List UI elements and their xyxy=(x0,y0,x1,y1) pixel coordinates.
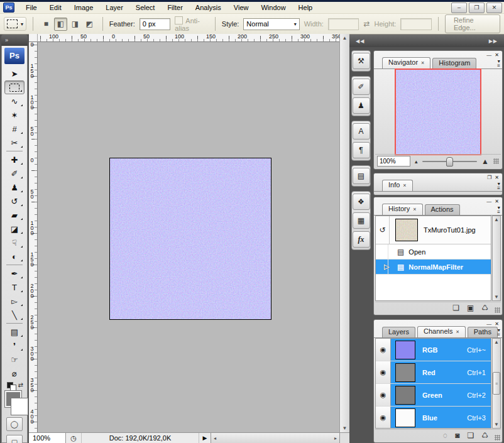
panel-minimize-icon[interactable]: — xyxy=(486,52,491,58)
channels-tab-paths[interactable]: Paths xyxy=(468,327,498,337)
load-channel-as-selection-icon[interactable]: ◌ xyxy=(443,431,447,440)
antialias-checkbox[interactable] xyxy=(175,16,183,25)
background-color-swatch[interactable] xyxy=(11,398,28,415)
navigator-zoom-slider[interactable] xyxy=(422,161,478,162)
quick-mask-button[interactable]: ◯ xyxy=(6,417,23,431)
panel-menu-icon[interactable]: ▾≡ xyxy=(497,59,500,68)
add-to-selection-button[interactable]: ◧ xyxy=(54,18,67,31)
navigator-zoom-field[interactable]: 100% xyxy=(377,156,410,167)
resize-grip-icon[interactable] xyxy=(495,307,500,313)
scrollbar-thumb[interactable]: ≡ xyxy=(493,372,500,395)
scroll-right-icon[interactable]: ▸ xyxy=(334,435,337,441)
close-tab-icon[interactable]: × xyxy=(403,182,406,189)
toolbar-collapse-button[interactable]: » xyxy=(1,35,28,46)
scroll-up-icon[interactable]: ▲ xyxy=(494,339,499,345)
subtract-from-selection-button[interactable]: ◨ xyxy=(68,18,82,31)
eyedropper-tool[interactable]: ❜ xyxy=(4,339,25,353)
channels-tab-layers[interactable]: Layers xyxy=(382,327,415,337)
notes-tool[interactable]: ▤ xyxy=(4,325,25,339)
feather-input[interactable]: 0 px xyxy=(140,18,171,30)
layer-comps-panel-button[interactable]: ▤ xyxy=(353,168,370,184)
visibility-eye-icon[interactable]: ◉ xyxy=(376,384,391,406)
menu-select[interactable]: Select xyxy=(129,3,162,13)
menu-analysis[interactable]: Analysis xyxy=(189,3,227,13)
panel-menu-icon[interactable]: ▾≡ xyxy=(497,182,500,190)
hand-tool[interactable]: ☞ xyxy=(4,353,25,366)
styles-panel-button[interactable]: fx xyxy=(353,231,370,248)
swap-dimensions-icon[interactable]: ⇄ xyxy=(363,19,370,28)
resize-grip-icon[interactable] xyxy=(493,158,499,164)
panel-menu-icon[interactable]: ▾≡ xyxy=(497,328,500,337)
close-button[interactable]: ✕ xyxy=(486,3,502,13)
channel-row-blue[interactable]: ◉BlueCtrl+3 xyxy=(376,407,491,429)
restore-button[interactable]: ❐ xyxy=(469,3,485,13)
character-panel-button[interactable]: A xyxy=(353,123,370,139)
delete-channel-trash-icon[interactable]: ♺ xyxy=(481,431,488,440)
info-tab-info[interactable]: Info× xyxy=(382,180,413,191)
move-tool[interactable]: ➤ xyxy=(4,67,25,80)
height-input[interactable] xyxy=(400,18,432,30)
save-selection-as-channel-icon[interactable]: ◙ xyxy=(455,431,459,440)
line-tool[interactable]: ╲ xyxy=(4,308,25,322)
scroll-left-icon[interactable]: ◂ xyxy=(214,435,216,441)
close-tab-icon[interactable]: × xyxy=(413,206,416,212)
document-canvas[interactable] xyxy=(109,158,271,320)
clone-stamp-tool[interactable]: ♟ xyxy=(4,180,25,194)
slice-tool[interactable]: ✂ xyxy=(4,136,25,150)
menu-layer[interactable]: Layer xyxy=(99,3,129,13)
zoom-in-icon[interactable]: ▲ xyxy=(481,157,489,166)
close-tab-icon[interactable]: × xyxy=(421,60,424,66)
tool-preset-picker[interactable]: ▾ xyxy=(4,17,26,31)
new-selection-button[interactable]: ■ xyxy=(40,18,53,31)
menu-edit[interactable]: Edit xyxy=(43,3,68,13)
magic-wand-tool[interactable]: ✶ xyxy=(4,108,25,122)
width-input[interactable] xyxy=(328,18,359,30)
menu-help[interactable]: Help xyxy=(292,3,319,13)
visibility-eye-icon[interactable]: ◉ xyxy=(376,361,391,383)
history-brush-tool[interactable]: ↺ xyxy=(4,194,25,208)
visibility-eye-icon[interactable]: ◉ xyxy=(376,407,391,429)
panel-close-icon[interactable]: ✕ xyxy=(495,321,499,327)
panel-minimize-icon[interactable]: — xyxy=(486,199,491,204)
channel-row-red[interactable]: ◉RedCtrl+1 xyxy=(376,361,491,384)
channel-row-green[interactable]: ◉GreenCtrl+2 xyxy=(376,384,491,407)
scroll-down-icon[interactable]: ▼ xyxy=(494,294,499,300)
clone-source-panel-button[interactable]: ♟ xyxy=(353,97,370,114)
menu-window[interactable]: Window xyxy=(255,3,292,13)
minimize-button[interactable]: – xyxy=(451,3,467,13)
swap-colors-icon[interactable]: ⇄ xyxy=(18,381,23,388)
crop-tool[interactable]: # xyxy=(4,122,25,136)
collapse-dock-icon[interactable]: ◀◀ xyxy=(356,38,364,44)
panel-minimize-icon[interactable]: — xyxy=(486,321,491,327)
horizontal-scrollbar[interactable]: ◂ ▸ xyxy=(211,433,339,443)
slider-thumb[interactable] xyxy=(446,157,453,167)
zoom-tool[interactable]: ⌀ xyxy=(4,366,25,380)
paint-bucket-tool[interactable]: ◪ xyxy=(4,222,25,236)
lasso-tool[interactable]: ∿ xyxy=(4,94,25,108)
pen-tool[interactable]: ✒ xyxy=(4,266,25,280)
style-dropdown[interactable]: Normal ▾ xyxy=(243,18,299,30)
scroll-up-icon[interactable]: ▲ xyxy=(494,217,499,222)
eraser-tool[interactable]: ▰ xyxy=(4,208,25,222)
delete-state-trash-icon[interactable]: ♺ xyxy=(481,304,488,312)
paragraph-panel-button[interactable]: ¶ xyxy=(353,142,370,158)
healing-brush-tool[interactable]: ✚ xyxy=(4,153,25,167)
scroll-up-icon[interactable]: ▲ xyxy=(342,35,348,41)
history-tab-actions[interactable]: Actions xyxy=(425,204,460,215)
resize-grip-icon[interactable] xyxy=(495,435,500,440)
scroll-down-icon[interactable]: ▼ xyxy=(342,425,348,431)
panel-menu-icon[interactable]: ▾≡ xyxy=(497,205,500,214)
rectangular-marquee-tool[interactable] xyxy=(4,80,25,94)
channels-tab-channels[interactable]: Channels× xyxy=(417,326,466,337)
scroll-down-icon[interactable]: ▼ xyxy=(494,422,499,427)
menu-view[interactable]: View xyxy=(227,3,255,13)
panel-close-icon[interactable]: ✕ xyxy=(495,52,499,58)
history-state-normalmapfilter[interactable]: ▷▤NormalMapFilter xyxy=(376,260,491,275)
smudge-tool[interactable]: ☟ xyxy=(4,236,25,249)
dodge-tool[interactable]: ◐ xyxy=(4,249,25,263)
swatches-panel-button[interactable]: ▦ xyxy=(353,212,370,229)
history-source-well[interactable] xyxy=(376,244,388,259)
refine-edge-button[interactable]: Refine Edge... xyxy=(445,14,500,33)
vertical-scrollbar[interactable]: ▲ ▼ xyxy=(339,34,349,432)
channels-scrollbar[interactable]: ▲ ≡ ▼ xyxy=(492,338,501,429)
